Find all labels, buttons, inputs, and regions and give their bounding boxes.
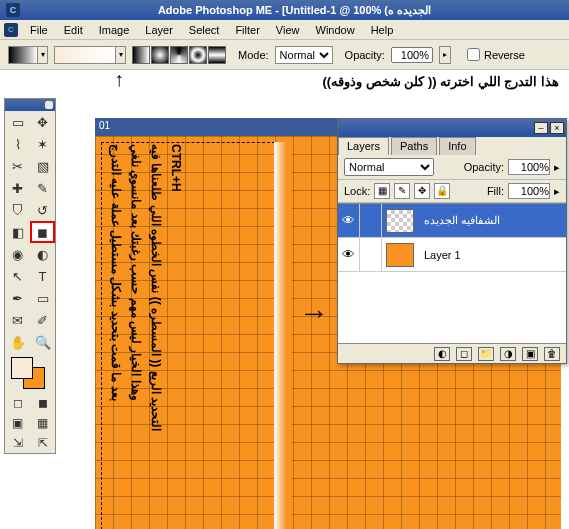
gradient-linear[interactable] — [132, 46, 150, 64]
jump-to-2[interactable]: ⇱ — [30, 433, 55, 453]
fill-label: Fill: — [487, 185, 504, 197]
wand-tool[interactable]: ✶ — [30, 133, 55, 155]
gradient-tool[interactable]: ◼ — [30, 221, 55, 243]
layer-name[interactable]: Layer 1 — [418, 249, 566, 261]
arrow-up-icon: ↑ — [114, 72, 124, 86]
layers-footer: ◐ ◻ 📁 ◑ ▣ 🗑 — [338, 343, 566, 363]
opacity-label: Opacity: — [345, 49, 385, 61]
menu-image[interactable]: Image — [91, 22, 138, 38]
slice-tool[interactable]: ▧ — [30, 155, 55, 177]
path-tool[interactable]: ↖ — [5, 265, 30, 287]
menu-window[interactable]: Window — [308, 22, 363, 38]
adjustment-layer-icon[interactable]: ◑ — [500, 347, 516, 361]
layer-mask-icon[interactable]: ◻ — [456, 347, 472, 361]
layer-opacity-input[interactable] — [508, 159, 550, 175]
color-swatches[interactable] — [5, 353, 55, 393]
lasso-tool[interactable]: ⌇ — [5, 133, 30, 155]
link-slot[interactable] — [360, 238, 382, 271]
tutorial-text-2: وهذا الخيار ليس مهم حسب رغبتك بعد مانسوي… — [129, 144, 143, 528]
gradient-diamond[interactable] — [208, 46, 226, 64]
quickmask-off[interactable]: ◻ — [5, 393, 30, 413]
stamp-tool[interactable]: ⛉ — [5, 199, 30, 221]
zoom-tool[interactable]: 🔍 — [30, 331, 55, 353]
opacity-input[interactable] — [391, 47, 433, 63]
layer-style-icon[interactable]: ◐ — [434, 347, 450, 361]
menu-filter[interactable]: Filter — [227, 22, 267, 38]
hand-tool[interactable]: ✋ — [5, 331, 30, 353]
new-folder-icon[interactable]: 📁 — [478, 347, 494, 361]
layer-thumb[interactable] — [386, 243, 414, 267]
fill-input[interactable] — [508, 183, 550, 199]
layer-row[interactable]: 👁 الشفافيه الجديده — [338, 204, 566, 238]
toolbox-header[interactable] — [5, 99, 55, 111]
layers-panel: – × Layers Paths Info Normal Opacity: ▸ … — [337, 118, 567, 364]
lock-transparency-icon[interactable]: ▦ — [374, 183, 390, 199]
jump-to[interactable]: ⇲ — [5, 433, 30, 453]
marquee-tool[interactable]: ▭ — [5, 111, 30, 133]
menu-select[interactable]: Select — [181, 22, 228, 38]
visibility-icon[interactable]: 👁 — [338, 204, 360, 237]
reverse-check-input[interactable] — [467, 48, 480, 61]
gradient-radial[interactable] — [151, 46, 169, 64]
menu-file[interactable]: File — [22, 22, 56, 38]
link-slot[interactable] — [360, 204, 382, 237]
move-tool[interactable]: ✥ — [30, 111, 55, 133]
quickmask-on[interactable]: ◼ — [30, 393, 55, 413]
mode-select[interactable]: Normal — [275, 46, 333, 64]
tab-info[interactable]: Info — [439, 137, 475, 155]
layer-opacity-label: Opacity: — [464, 161, 504, 173]
tutorial-text-4: CTRL+H — [169, 144, 183, 528]
opacity-caret[interactable]: ▸ — [439, 46, 451, 64]
reverse-checkbox[interactable]: Reverse — [467, 48, 525, 61]
visibility-icon[interactable]: 👁 — [338, 238, 360, 271]
gradient-preview-strip — [274, 142, 292, 529]
tab-layers[interactable]: Layers — [338, 137, 389, 155]
layer-row[interactable]: 👁 Layer 1 — [338, 238, 566, 272]
tool-preset-picker[interactable]: ▾ — [8, 46, 48, 64]
new-layer-icon[interactable]: ▣ — [522, 347, 538, 361]
eraser-tool[interactable]: ◧ — [5, 221, 30, 243]
gradient-type-group — [132, 46, 226, 64]
gradient-picker[interactable]: ▾ — [54, 46, 126, 64]
shape-tool[interactable]: ▭ — [30, 287, 55, 309]
fill-caret[interactable]: ▸ — [554, 185, 560, 198]
layer-name[interactable]: الشفافيه الجديده — [418, 214, 566, 227]
eyedropper-tool[interactable]: ✐ — [30, 309, 55, 331]
tab-paths[interactable]: Paths — [391, 137, 437, 155]
blend-mode-select[interactable]: Normal — [344, 158, 434, 176]
menu-layer[interactable]: Layer — [137, 22, 181, 38]
crop-tool[interactable]: ✂ — [5, 155, 30, 177]
selection-marquee — [101, 142, 275, 529]
lock-pixels-icon[interactable]: ✎ — [394, 183, 410, 199]
lock-position-icon[interactable]: ✥ — [414, 183, 430, 199]
menu-edit[interactable]: Edit — [56, 22, 91, 38]
blur-tool[interactable]: ◉ — [5, 243, 30, 265]
delete-layer-icon[interactable]: 🗑 — [544, 347, 560, 361]
app-logo: C — [6, 3, 20, 17]
menu-help[interactable]: Help — [363, 22, 402, 38]
screenmode-std[interactable]: ▣ — [5, 413, 30, 433]
type-tool[interactable]: T — [30, 265, 55, 287]
gradient-reflected[interactable] — [189, 46, 207, 64]
heal-tool[interactable]: ✚ — [5, 177, 30, 199]
brush-tool[interactable]: ✎ — [30, 177, 55, 199]
layers-list: 👁 الشفافيه الجديده 👁 Layer 1 — [338, 203, 566, 343]
minimize-icon[interactable]: – — [534, 122, 548, 134]
menu-view[interactable]: View — [268, 22, 308, 38]
close-icon[interactable]: × — [550, 122, 564, 134]
pen-tool[interactable]: ✒ — [5, 287, 30, 309]
notes-tool[interactable]: ✉ — [5, 309, 30, 331]
gradient-angle[interactable] — [170, 46, 188, 64]
foreground-color[interactable] — [11, 357, 33, 379]
panel-titlebar[interactable]: – × — [338, 119, 566, 137]
tutorial-text-1: بعد ما قمت بتحديد بشكل مستطيل عملة عليه … — [109, 144, 123, 528]
history-brush-tool[interactable]: ↺ — [30, 199, 55, 221]
dodge-tool[interactable]: ◐ — [30, 243, 55, 265]
tutorial-annotation: هذا التدرج اللي اخترته (( كلن شخص وذوقه)… — [105, 74, 559, 89]
screenmode-full[interactable]: ▦ — [30, 413, 55, 433]
doc-icon: C — [4, 23, 18, 37]
lock-all-icon[interactable]: 🔒 — [434, 183, 450, 199]
layer-opacity-caret[interactable]: ▸ — [554, 161, 560, 174]
options-bar: ▾ ▾ Mode: Normal Opacity: ▸ Reverse — [0, 40, 569, 70]
layer-thumb[interactable] — [386, 209, 414, 233]
